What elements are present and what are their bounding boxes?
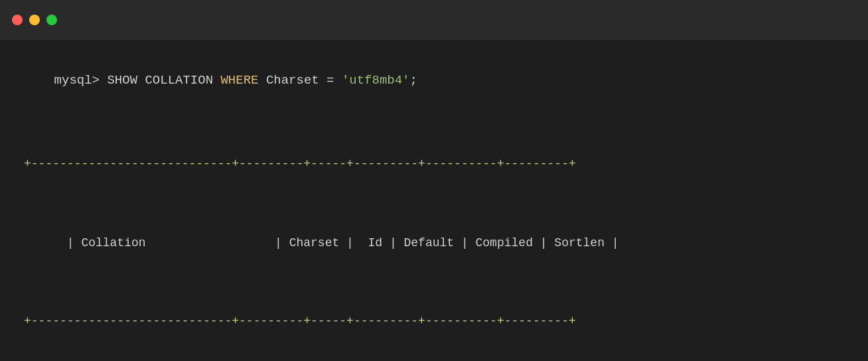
titlebar xyxy=(0,0,868,40)
table-header-row: | Collation | Charset | Id | Default | C… xyxy=(24,214,844,273)
header-text: | Collation | Charset | Id | Default | C… xyxy=(67,236,619,250)
close-button[interactable] xyxy=(12,15,23,25)
command-line: mysql> SHOW COLLATION WHERE Charset = 'u… xyxy=(24,52,844,109)
maximize-button[interactable] xyxy=(46,15,57,25)
cmd-value: 'utf8mb4' xyxy=(342,73,410,88)
minimize-button[interactable] xyxy=(29,15,40,25)
cmd-end: ; xyxy=(410,73,417,88)
table-container: +----------------------------+---------+… xyxy=(24,115,844,362)
cmd-charset: Charset = xyxy=(258,73,341,88)
terminal-body: mysql> SHOW COLLATION WHERE Charset = 'u… xyxy=(0,40,868,361)
table-separator: +----------------------------+---------+… xyxy=(24,312,844,332)
cmd-where: WHERE xyxy=(220,73,258,88)
cmd-show: SHOW COLLATION xyxy=(107,73,220,88)
prompt: mysql> xyxy=(54,73,108,88)
table-top-border: +----------------------------+---------+… xyxy=(24,155,844,175)
